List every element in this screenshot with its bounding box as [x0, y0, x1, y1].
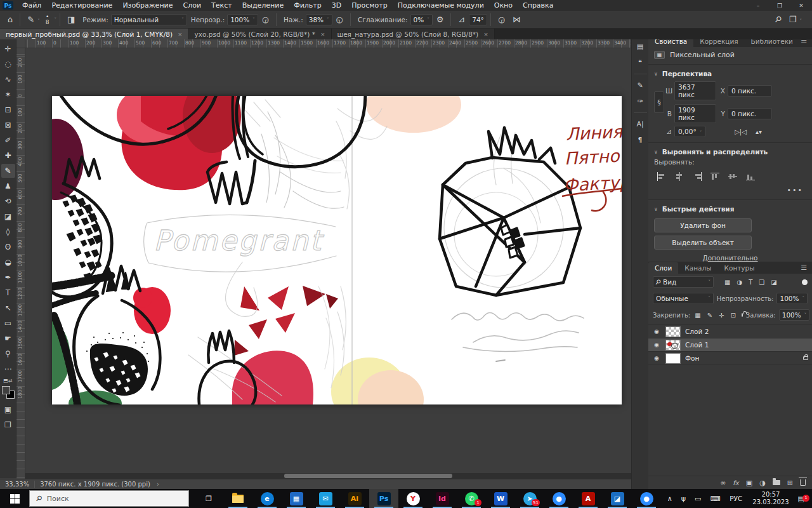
- menu-Справка[interactable]: Справка: [518, 1, 558, 10]
- status-arrow-icon[interactable]: ›: [157, 481, 159, 488]
- lock-all-icon[interactable]: [742, 313, 743, 317]
- eraser-tool[interactable]: ◪: [1, 210, 15, 224]
- layer-row[interactable]: ◉Фон: [648, 352, 812, 365]
- healing-brush-tool[interactable]: ✚: [1, 149, 15, 163]
- telegram[interactable]: ➤51: [515, 489, 544, 508]
- panel-menu-icon[interactable]: ☰: [801, 264, 812, 274]
- brush-preset-icon[interactable]: ✎˅: [23, 15, 43, 24]
- close-button[interactable]: ✕: [790, 0, 812, 11]
- blur-tool[interactable]: ʘ: [1, 240, 15, 254]
- layers-tab-Каналы[interactable]: Каналы: [678, 262, 717, 274]
- menu-Выделение[interactable]: Выделение: [237, 1, 289, 10]
- menu-Текст[interactable]: Текст: [206, 1, 237, 10]
- menu-Просмотр[interactable]: Просмотр: [346, 1, 392, 10]
- canvas-pasteboard[interactable]: Pomegrant: [25, 48, 631, 473]
- crop-tool[interactable]: ⊡: [1, 103, 15, 117]
- taskbar-search-box[interactable]: ⚲ Поиск: [29, 490, 189, 507]
- vertical-ruler[interactable]: 2001000100200300400500600700800900100011…: [16, 48, 25, 479]
- zoom-level-field[interactable]: 33,33%: [5, 481, 35, 488]
- zoom-2[interactable]: ●: [632, 489, 661, 508]
- layer-visibility-icon[interactable]: ◉: [652, 355, 661, 361]
- layer-thumbnail[interactable]: [665, 353, 681, 364]
- character-panel-icon[interactable]: A|: [634, 117, 647, 131]
- horizontal-ruler[interactable]: 1000100200300400500600700800900100011001…: [25, 39, 631, 48]
- hand-tool[interactable]: ☛: [1, 331, 15, 345]
- ruler-origin-corner[interactable]: [16, 39, 25, 48]
- quick-actions-section-header[interactable]: ∨Быстрые действия: [648, 201, 812, 215]
- link-layers-icon[interactable]: ∞: [720, 479, 726, 487]
- shape-tool[interactable]: ▭: [1, 316, 15, 330]
- lock-artboard-icon[interactable]: ⊡: [729, 312, 737, 319]
- swap-colors-icon[interactable]: ⬒⇄: [3, 378, 12, 384]
- align-right-icon[interactable]: [690, 171, 705, 182]
- lasso-tool[interactable]: ∿: [1, 72, 15, 86]
- word[interactable]: W: [486, 489, 515, 508]
- gradient-tool[interactable]: ◊: [1, 225, 15, 239]
- file-explorer[interactable]: [223, 489, 252, 508]
- zoom-tool[interactable]: ⚲: [1, 347, 15, 361]
- link-dimensions-icon[interactable]: §: [654, 91, 664, 113]
- tray-chevron-icon[interactable]: ∧: [663, 495, 677, 503]
- foreground-color-swatch[interactable]: [2, 386, 10, 394]
- document-tab[interactable]: шея_натура.psd @ 50% (Слой 8, RGB/8*)×: [332, 29, 495, 39]
- layer-row[interactable]: ◉Слой 1: [648, 338, 812, 352]
- align-more-button[interactable]: •••: [648, 184, 812, 198]
- menu-Файл[interactable]: Файл: [17, 1, 46, 10]
- smart-object-filter-icon[interactable]: ◪: [769, 279, 778, 286]
- pen-tool[interactable]: ✒: [1, 271, 15, 284]
- type-tool[interactable]: T: [1, 286, 15, 300]
- brush-tool[interactable]: ✎: [1, 164, 15, 178]
- menu-Фильтр[interactable]: Фильтр: [289, 1, 327, 10]
- language-indicator[interactable]: РУС: [724, 495, 747, 502]
- whatsapp[interactable]: ✆1: [457, 489, 486, 508]
- menu-Подключаемые модули[interactable]: Подключаемые модули: [393, 1, 489, 10]
- start-button[interactable]: [0, 489, 29, 508]
- quick-action-button[interactable]: Удалить фон: [654, 218, 752, 232]
- rotate-angle-field[interactable]: 0,00°˅: [674, 126, 705, 137]
- layer-row[interactable]: ◉Слой 2: [648, 325, 812, 338]
- pressure-opacity-icon[interactable]: ◶: [258, 15, 273, 24]
- layer-effects-icon[interactable]: fx: [733, 479, 738, 486]
- frame-tool[interactable]: ⊠: [1, 118, 15, 132]
- smoothing-select[interactable]: 0%˅: [410, 14, 433, 25]
- symmetry-icon[interactable]: ⋈: [509, 15, 525, 24]
- align-bottom-icon[interactable]: [743, 171, 758, 182]
- x-field[interactable]: 0 пикс.: [728, 85, 772, 97]
- marquee-tool[interactable]: ◌: [1, 57, 15, 71]
- menu-Изображение[interactable]: Изображение: [117, 1, 178, 10]
- menu-Окно[interactable]: Окно: [489, 1, 518, 10]
- layer-thumbnail[interactable]: [665, 340, 681, 351]
- clock[interactable]: 20:57 23.03.2023: [747, 491, 794, 506]
- toggle-brush-panel-icon[interactable]: ◨: [63, 15, 79, 24]
- edge-browser[interactable]: e: [252, 489, 282, 508]
- adjustment-filter-icon[interactable]: ◑: [735, 279, 743, 286]
- smoothing-gear-icon[interactable]: ⚙: [433, 15, 448, 24]
- color-swatches[interactable]: [2, 386, 15, 399]
- pixel-filter-icon[interactable]: ▦: [723, 279, 731, 286]
- align-center-h-icon[interactable]: [672, 171, 687, 182]
- paragraph-panel-icon[interactable]: ¶: [634, 133, 647, 147]
- pressure-size-icon[interactable]: ◶: [494, 15, 509, 24]
- scrollbar-thumb[interactable]: [284, 474, 452, 478]
- width-field[interactable]: 3637 пикс: [674, 81, 716, 100]
- quick-actions-more-link[interactable]: Дополнительно: [648, 254, 812, 262]
- illustrator[interactable]: Ai: [340, 489, 369, 508]
- display-cast-icon[interactable]: ▭: [690, 495, 705, 503]
- history-brush-tool[interactable]: ⟲: [1, 194, 15, 208]
- layer-mask-icon[interactable]: ▣: [746, 479, 752, 487]
- restore-button[interactable]: ❐: [769, 0, 790, 11]
- path-selection-tool[interactable]: ↖: [1, 301, 15, 315]
- dodge-tool[interactable]: ◒: [1, 255, 15, 269]
- align-section-header[interactable]: ∨Выровнять и распределить: [648, 144, 812, 158]
- yandex-browser[interactable]: Y: [398, 489, 428, 508]
- y-field[interactable]: 0 пикс.: [728, 108, 772, 119]
- menu-3D[interactable]: 3D: [327, 1, 346, 10]
- shape-filter-icon[interactable]: ❏: [757, 279, 766, 286]
- close-tab-icon[interactable]: ×: [320, 31, 325, 37]
- delete-layer-icon[interactable]: [800, 479, 806, 486]
- magic-wand-tool[interactable]: ✶: [1, 88, 15, 102]
- more-tools[interactable]: ⋯: [1, 362, 15, 376]
- document-tab[interactable]: ухо.psd @ 50% (Слой 20, RGB/8*) *×: [189, 29, 332, 39]
- screen-mode-icon[interactable]: ❐: [1, 418, 15, 432]
- touch-keyboard-icon[interactable]: ⌨: [705, 495, 724, 503]
